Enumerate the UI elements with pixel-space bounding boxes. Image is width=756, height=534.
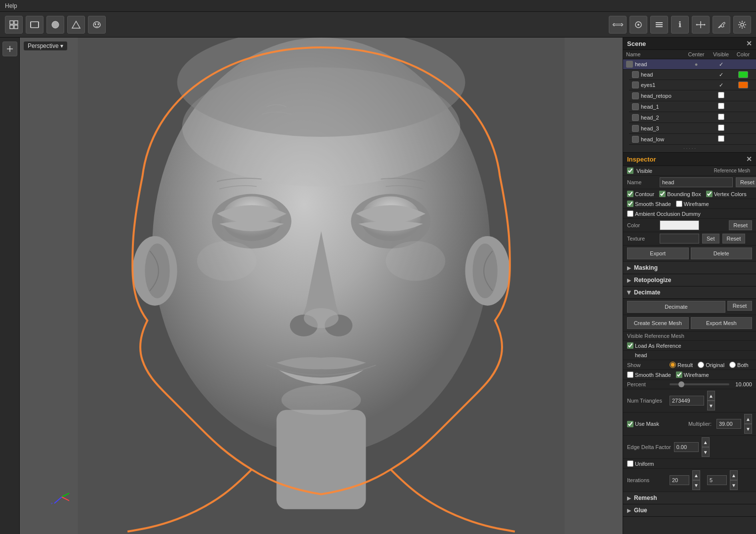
mesh-icon <box>632 71 639 78</box>
export-delete-row: Export Delete <box>623 246 756 262</box>
texture-set-btn[interactable]: Set <box>702 234 719 244</box>
num-triangles-input[interactable] <box>670 396 704 406</box>
menu-lines-btn[interactable] <box>650 16 668 34</box>
export-mesh-btn[interactable]: Export Mesh <box>691 317 753 329</box>
iter1-up[interactable]: ▲ <box>692 470 700 480</box>
name-row: Name Reset <box>623 176 756 189</box>
sphere-btn[interactable] <box>46 16 64 34</box>
scene-row-head-retopo[interactable]: head_retopo <box>629 90 756 101</box>
menu-help[interactable]: Help <box>5 2 17 9</box>
mesh-icon-headlow <box>632 136 639 143</box>
dec-wireframe-checkbox[interactable] <box>676 371 682 378</box>
uniform-checkbox[interactable] <box>627 460 633 467</box>
right-panel: Scene ✕ Name Center Visible Color head ●… <box>623 38 756 534</box>
transform-btn[interactable] <box>692 16 710 34</box>
iter2-up[interactable]: ▲ <box>730 470 738 480</box>
remesh-header[interactable]: ▶ Remesh <box>623 492 756 504</box>
num-triangles-row: Num Triangles ▲ ▼ <box>623 389 756 412</box>
show-original-radio[interactable] <box>698 362 704 368</box>
dec-smooth-checkbox[interactable] <box>627 371 633 378</box>
vertex-colors-checkbox[interactable] <box>706 191 713 197</box>
color-picker[interactable] <box>660 220 699 230</box>
iter1-down[interactable]: ▼ <box>692 480 700 490</box>
masking-header[interactable]: ▶ Masking <box>623 262 756 274</box>
visible-checkbox[interactable] <box>627 167 633 174</box>
scene-row-head2[interactable]: head_2 <box>629 112 756 123</box>
num-triangles-up[interactable]: ▲ <box>707 391 715 401</box>
scene-row-head-mesh[interactable]: head ✓ <box>629 70 756 80</box>
settings-btn[interactable] <box>733 16 751 34</box>
multiplier-input[interactable] <box>716 419 741 429</box>
export-btn[interactable]: Export <box>627 247 689 259</box>
masking-section: ▶ Masking <box>623 262 756 274</box>
contour-row: Contour Bounding Box Vertex Colors <box>623 189 756 199</box>
scene-row-head-folder[interactable]: head ● ✓ <box>623 59 756 70</box>
bounding-box-checkbox[interactable] <box>659 191 666 197</box>
viewport[interactable]: Perspective ▾ Y X Z <box>20 38 623 534</box>
left-tool-1[interactable] <box>2 41 17 56</box>
edge-delta-up[interactable]: ▲ <box>702 437 710 447</box>
visible-row: Visible Reference Mesh <box>623 166 756 176</box>
percent-slider-track[interactable] <box>670 383 729 385</box>
svg-line-45 <box>62 497 69 502</box>
texture-input[interactable] <box>660 234 699 244</box>
frame-btn[interactable] <box>26 16 43 34</box>
texture-reset-btn[interactable]: Reset <box>722 234 746 244</box>
svg-rect-4 <box>31 22 39 28</box>
mask-btn[interactable] <box>88 16 106 34</box>
ambient-occlusion-checkbox[interactable] <box>627 210 633 217</box>
svg-point-10 <box>95 23 96 25</box>
show-result-radio[interactable] <box>670 362 676 368</box>
iterations-input2[interactable] <box>707 475 727 485</box>
contour-checkbox[interactable] <box>627 191 633 197</box>
iterations-spinner1: ▲ ▼ <box>692 470 700 490</box>
inspector-close-btn[interactable]: ✕ <box>746 155 752 163</box>
decimate-btn[interactable]: Decimate <box>627 301 725 313</box>
mesh-icon-head3 <box>632 125 639 132</box>
create-scene-mesh-btn[interactable]: Create Scene Mesh <box>627 317 689 329</box>
edge-delta-down[interactable]: ▼ <box>702 447 710 457</box>
iterations-input1[interactable] <box>670 475 689 485</box>
grid-btn[interactable] <box>5 16 23 34</box>
cursor-btn[interactable] <box>630 16 647 34</box>
wireframe-checkbox[interactable] <box>676 201 682 207</box>
inspector-panel: Inspector ✕ Visible Reference Mesh Name … <box>623 152 756 262</box>
multiplier-up[interactable]: ▲ <box>744 414 752 424</box>
retopologize-header[interactable]: ▶ Retopologize <box>623 274 756 287</box>
multiplier-down[interactable]: ▼ <box>744 424 752 434</box>
scene-row-eyes1[interactable]: eyes1 ✓ <box>629 80 756 90</box>
decimate-reset-btn[interactable]: Reset <box>727 301 752 311</box>
scene-panel-header: Scene ✕ <box>623 38 756 50</box>
scene-close-btn[interactable]: ✕ <box>746 40 752 47</box>
edge-delta-input[interactable] <box>674 442 699 452</box>
name-reset-btn[interactable]: Reset <box>736 177 756 187</box>
scene-row-head1[interactable]: head_1 <box>629 101 756 112</box>
use-mask-checkbox[interactable] <box>627 421 633 427</box>
info-btn[interactable]: ℹ <box>671 16 689 34</box>
scene-row-headlow[interactable]: head_low <box>629 134 756 145</box>
smooth-wireframe-row: Smooth Shade Wireframe <box>623 199 756 209</box>
name-input[interactable] <box>660 177 733 187</box>
arrows-btn[interactable]: ⟺ <box>609 16 627 34</box>
load-as-reference-checkbox[interactable] <box>627 342 633 349</box>
color-reset-btn[interactable]: Reset <box>729 220 752 230</box>
iter2-down[interactable]: ▼ <box>730 480 738 490</box>
delete-btn[interactable]: Delete <box>691 247 753 259</box>
percent-slider-thumb[interactable] <box>678 381 684 387</box>
triangle-btn[interactable] <box>67 16 85 34</box>
color-green[interactable] <box>738 71 748 78</box>
visible-ref-row: Visible Reference Mesh <box>623 331 756 341</box>
svg-line-47 <box>54 497 62 503</box>
color-orange[interactable] <box>738 82 748 88</box>
glue-header[interactable]: ▶ Glue <box>623 504 756 517</box>
show-both-radio[interactable] <box>729 362 736 368</box>
wrench-btn[interactable] <box>713 16 730 34</box>
smooth-shade-checkbox[interactable] <box>627 201 633 207</box>
scene-row-head3[interactable]: head_3 <box>629 123 756 134</box>
decimate-header[interactable]: ▶ Decimate <box>623 287 756 299</box>
svg-point-11 <box>98 23 99 25</box>
scene-title: Scene <box>627 40 646 47</box>
num-triangles-down[interactable]: ▼ <box>707 401 715 411</box>
toolbar: ⟺ ℹ <box>0 12 756 38</box>
color-row: Color Reset <box>623 219 756 232</box>
